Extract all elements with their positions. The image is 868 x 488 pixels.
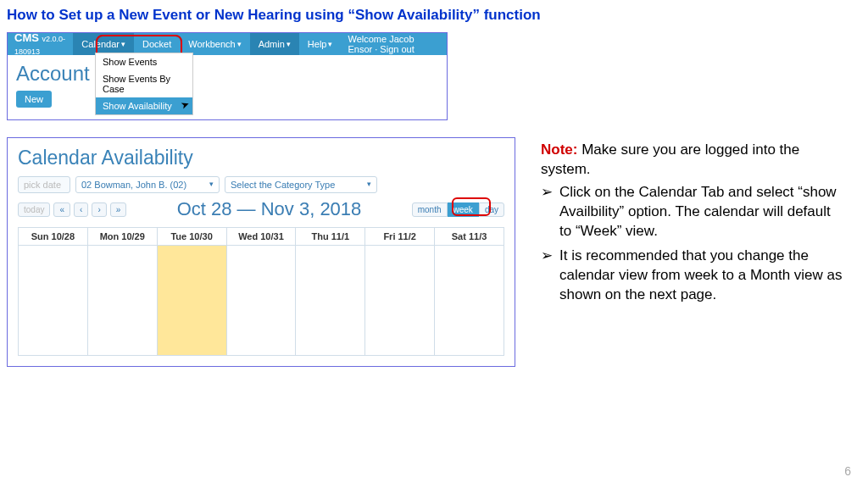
day-cell[interactable] — [435, 246, 504, 356]
day-header: Fri 11/2 — [365, 228, 435, 246]
day-header: Mon 10/29 — [87, 228, 157, 246]
prev-fast-button[interactable]: « — [53, 202, 70, 217]
judge-select[interactable]: 02 Bowman, John B. (02)▾ — [75, 176, 220, 193]
next-fast-button[interactable]: » — [110, 202, 127, 217]
page-title: How to Set up a New Event or New Hearing… — [7, 7, 861, 24]
calendar-dropdown: Show Events Show Events By Case Show Ava… — [95, 53, 193, 115]
screenshot-calendar-menu: CMS v2.0.0-180913 Calendar▾ Docket Workb… — [7, 32, 448, 120]
category-select[interactable]: Select the Category Type▾ — [225, 176, 377, 193]
day-header: Tue 10/30 — [157, 228, 226, 246]
day-cell[interactable] — [157, 246, 226, 356]
view-week-button[interactable]: week — [448, 202, 479, 217]
day-header: Sun 10/28 — [19, 228, 88, 246]
day-header: Sat 11/3 — [435, 228, 504, 246]
date-range: Oct 28 — Nov 3, 2018 — [130, 198, 408, 220]
calendar-availability-heading: Calendar Availability — [18, 147, 504, 169]
view-switch: month week day — [412, 202, 504, 217]
instruction-list: Click on the Calendar Tab and select “sh… — [541, 183, 846, 305]
note-text: Note: Make sure you are logged into the … — [541, 141, 846, 180]
nav-welcome[interactable]: Welcome Jacob Ensor · Sign out — [341, 34, 447, 54]
view-month-button[interactable]: month — [412, 202, 448, 217]
day-cell[interactable] — [19, 246, 88, 356]
brand: CMS v2.0.0-180913 — [8, 31, 73, 57]
account-heading: Account — [16, 62, 438, 86]
day-header: Wed 10/31 — [226, 228, 296, 246]
instruction-item: Click on the Calendar Tab and select “sh… — [541, 183, 846, 241]
instruction-item: It is recommended that you change the ca… — [541, 247, 846, 305]
screenshot-calendar-availability: Calendar Availability pick date 02 Bowma… — [7, 137, 515, 367]
prev-button[interactable]: ‹ — [74, 202, 88, 217]
day-header: Thu 11/1 — [296, 228, 365, 246]
pick-date-input[interactable]: pick date — [18, 176, 70, 193]
today-button[interactable]: today — [18, 202, 50, 217]
day-cell[interactable] — [365, 246, 435, 356]
nav-help[interactable]: Help▾ — [299, 33, 342, 55]
nav-admin[interactable]: Admin▾ — [250, 33, 299, 55]
page-number: 6 — [844, 464, 851, 478]
day-cell[interactable] — [87, 246, 157, 356]
calendar-grid: Sun 10/28 Mon 10/29 Tue 10/30 Wed 10/31 … — [18, 227, 504, 356]
day-cell[interactable] — [296, 246, 365, 356]
view-day-button[interactable]: day — [479, 202, 504, 217]
new-button[interactable]: New — [16, 91, 52, 108]
brand-text: CMS — [14, 31, 39, 44]
day-cell[interactable] — [226, 246, 296, 356]
cursor-icon: ➤ — [179, 98, 191, 113]
dropdown-show-availability[interactable]: Show Availability ➤ — [96, 97, 192, 114]
next-button[interactable]: › — [92, 202, 106, 217]
dropdown-show-events[interactable]: Show Events — [96, 53, 192, 70]
top-nav: CMS v2.0.0-180913 Calendar▾ Docket Workb… — [8, 33, 447, 55]
note-label: Note: — [541, 141, 577, 158]
dropdown-show-events-by-case[interactable]: Show Events By Case — [96, 70, 192, 97]
